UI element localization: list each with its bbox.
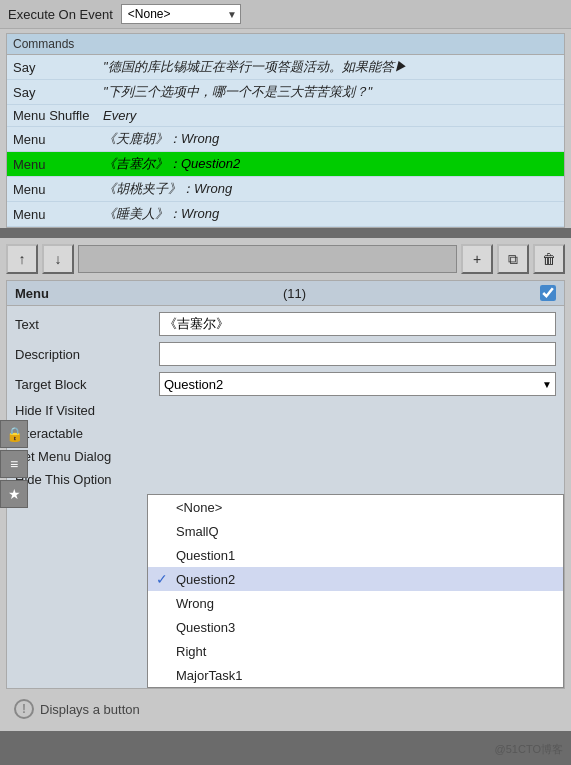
lock-icon[interactable]: 🔒 (0, 420, 28, 448)
bottom-panel: ↑ ↓ + ⧉ 🗑 Menu (11) Text Description (0, 238, 571, 731)
toolbar-text-input[interactable] (78, 245, 457, 273)
prop-label-text: Text (15, 310, 155, 338)
prop-label-interactable: Interactable (15, 423, 155, 444)
main-container: Execute On Event <None> ▼ Commands Say"德… (0, 0, 571, 731)
execute-dropdown-wrapper: <None> ▼ (121, 4, 241, 24)
command-value: 《天鹿胡》：Wrong (103, 130, 219, 148)
command-type: Say (13, 60, 103, 75)
prop-value-hide-this-option (159, 469, 556, 490)
prop-label-hide-this-option: Hide This Option (15, 469, 155, 490)
displays-text: Displays a button (40, 702, 140, 717)
command-value: 《胡桃夹子》：Wrong (103, 180, 232, 198)
command-row[interactable]: Say"德国的库比锡城正在举行一项答题活动。如果能答▶ (7, 55, 564, 80)
command-value: 《睡美人》：Wrong (103, 205, 219, 223)
commands-panel: Commands Say"德国的库比锡城正在举行一项答题活动。如果能答▶Say"… (6, 33, 565, 228)
menu-block: Menu (11) Text Description Target Block (6, 280, 565, 689)
description-input[interactable] (159, 342, 556, 366)
info-icon: ! (14, 699, 34, 719)
dropdown-option[interactable]: MajorTask1 (148, 663, 563, 687)
command-type: Menu (13, 132, 103, 147)
text-input[interactable] (159, 312, 556, 336)
command-type: Menu (13, 207, 103, 222)
command-row[interactable]: Menu《吉塞尔》：Question2 (7, 152, 564, 177)
menu-block-number: (11) (283, 286, 306, 301)
watermark: @51CTO博客 (495, 742, 563, 757)
prop-value-set-menu-dialog (159, 446, 556, 467)
dropdown-popup: <None>SmallQQuestion1✓Question2WrongQues… (147, 494, 564, 688)
toolbar-row: ↑ ↓ + ⧉ 🗑 (6, 244, 565, 274)
command-type: Say (13, 85, 103, 100)
menu-block-header: Menu (11) (7, 281, 564, 306)
up-button[interactable]: ↑ (6, 244, 38, 274)
prop-label-description: Description (15, 340, 155, 368)
dropdown-option[interactable]: ✓Question2 (148, 567, 563, 591)
dropdown-option-label: SmallQ (176, 524, 555, 539)
menu-checkbox[interactable] (540, 285, 556, 301)
delete-button[interactable]: 🗑 (533, 244, 565, 274)
prop-value-text (159, 310, 556, 338)
dropdown-option[interactable]: Question1 (148, 543, 563, 567)
dropdown-option-label: Wrong (176, 596, 555, 611)
prop-value-target-block: Question2 ▼ (159, 370, 556, 398)
copy-button[interactable]: ⧉ (497, 244, 529, 274)
check-mark-icon: ✓ (156, 571, 176, 587)
commands-header: Commands (7, 34, 564, 55)
command-rows-container: Say"德国的库比锡城正在举行一项答题活动。如果能答▶Say"下列三个选项中，哪… (7, 55, 564, 227)
target-block-dropdown-wrapper: Question2 ▼ (159, 372, 556, 396)
dropdown-option[interactable]: Wrong (148, 591, 563, 615)
target-block-dropdown[interactable]: Question2 (159, 372, 556, 396)
dropdown-option[interactable]: Question3 (148, 615, 563, 639)
command-type: Menu (13, 157, 103, 172)
prop-value-description (159, 340, 556, 368)
properties-grid: Text Description Target Block Question2 (7, 306, 564, 494)
command-value: Every (103, 108, 136, 123)
command-row[interactable]: Menu《胡桃夹子》：Wrong (7, 177, 564, 202)
command-value: 《吉塞尔》：Question2 (103, 155, 240, 173)
prop-label-set-menu-dialog: Set Menu Dialog (15, 446, 155, 467)
execute-on-event-bar: Execute On Event <None> ▼ (0, 0, 571, 29)
prop-value-interactable (159, 423, 556, 444)
top-panel: Execute On Event <None> ▼ Commands Say"德… (0, 0, 571, 228)
add-button[interactable]: + (461, 244, 493, 274)
dropdown-option-label: Question3 (176, 620, 555, 635)
execute-on-event-label: Execute On Event (8, 7, 113, 22)
execute-on-event-dropdown[interactable]: <None> (121, 4, 241, 24)
left-sidebar: 🔒 ≡ ★ (0, 420, 28, 508)
command-type: Menu (13, 182, 103, 197)
dropdown-option-label: MajorTask1 (176, 668, 555, 683)
dropdown-option-label: Question2 (176, 572, 555, 587)
dropdown-option[interactable]: SmallQ (148, 519, 563, 543)
prop-label-hide-if-visited: Hide If Visited (15, 400, 155, 421)
command-row[interactable]: Say"下列三个选项中，哪一个不是三大苦苦策划？" (7, 80, 564, 105)
command-value: "德国的库比锡城正在举行一项答题活动。如果能答▶ (103, 58, 407, 76)
list-icon[interactable]: ≡ (0, 450, 28, 478)
displays-row: ! Displays a button (6, 693, 565, 725)
star-icon[interactable]: ★ (0, 480, 28, 508)
dropdown-option-label: Question1 (176, 548, 555, 563)
dropdown-option[interactable]: Right (148, 639, 563, 663)
dropdown-option-label: <None> (176, 500, 555, 515)
command-type: Menu Shuffle (13, 108, 103, 123)
command-row[interactable]: Menu ShuffleEvery (7, 105, 564, 127)
menu-block-title: Menu (15, 286, 49, 301)
dropdown-option[interactable]: <None> (148, 495, 563, 519)
command-row[interactable]: Menu《天鹿胡》：Wrong (7, 127, 564, 152)
dropdown-option-label: Right (176, 644, 555, 659)
prop-label-target-block: Target Block (15, 370, 155, 398)
command-value: "下列三个选项中，哪一个不是三大苦苦策划？" (103, 83, 372, 101)
prop-value-hide-if-visited (159, 400, 556, 421)
command-row[interactable]: Menu《睡美人》：Wrong (7, 202, 564, 227)
down-button[interactable]: ↓ (42, 244, 74, 274)
